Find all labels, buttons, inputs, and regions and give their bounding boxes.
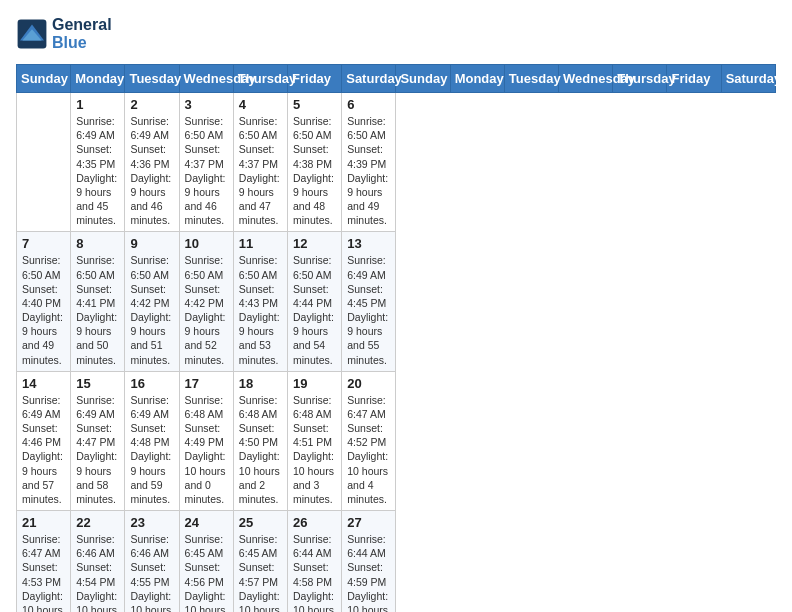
day-number: 4 bbox=[239, 97, 282, 112]
calendar-cell: 6Sunrise: 6:50 AMSunset: 4:39 PMDaylight… bbox=[342, 93, 396, 232]
calendar-cell: 19Sunrise: 6:48 AMSunset: 4:51 PMDayligh… bbox=[288, 371, 342, 510]
calendar-cell: 13Sunrise: 6:49 AMSunset: 4:45 PMDayligh… bbox=[342, 232, 396, 371]
calendar-cell: 5Sunrise: 6:50 AMSunset: 4:38 PMDaylight… bbox=[288, 93, 342, 232]
calendar-cell: 25Sunrise: 6:45 AMSunset: 4:57 PMDayligh… bbox=[233, 511, 287, 612]
cell-content: Sunrise: 6:50 AMSunset: 4:42 PMDaylight:… bbox=[185, 253, 228, 366]
day-number: 23 bbox=[130, 515, 173, 530]
cell-content: Sunrise: 6:44 AMSunset: 4:58 PMDaylight:… bbox=[293, 532, 336, 612]
calendar-cell: 2Sunrise: 6:49 AMSunset: 4:36 PMDaylight… bbox=[125, 93, 179, 232]
day-header-friday: Friday bbox=[288, 65, 342, 93]
cell-content: Sunrise: 6:50 AMSunset: 4:42 PMDaylight:… bbox=[130, 253, 173, 366]
calendar-week-1: 1Sunrise: 6:49 AMSunset: 4:35 PMDaylight… bbox=[17, 93, 776, 232]
calendar-week-2: 7Sunrise: 6:50 AMSunset: 4:40 PMDaylight… bbox=[17, 232, 776, 371]
calendar-cell: 11Sunrise: 6:50 AMSunset: 4:43 PMDayligh… bbox=[233, 232, 287, 371]
day-number: 20 bbox=[347, 376, 390, 391]
day-header-saturday: Saturday bbox=[342, 65, 396, 93]
day-header-thursday: Thursday bbox=[233, 65, 287, 93]
day-header-tuesday: Tuesday bbox=[125, 65, 179, 93]
logo-icon bbox=[16, 18, 48, 50]
calendar-cell: 23Sunrise: 6:46 AMSunset: 4:55 PMDayligh… bbox=[125, 511, 179, 612]
day-header-monday: Monday bbox=[450, 65, 504, 93]
calendar-cell: 8Sunrise: 6:50 AMSunset: 4:41 PMDaylight… bbox=[71, 232, 125, 371]
day-number: 8 bbox=[76, 236, 119, 251]
cell-content: Sunrise: 6:49 AMSunset: 4:45 PMDaylight:… bbox=[347, 253, 390, 366]
cell-content: Sunrise: 6:50 AMSunset: 4:37 PMDaylight:… bbox=[239, 114, 282, 227]
day-number: 12 bbox=[293, 236, 336, 251]
page-header: General Blue bbox=[16, 16, 776, 52]
day-number: 27 bbox=[347, 515, 390, 530]
logo-text: General Blue bbox=[52, 16, 112, 52]
cell-content: Sunrise: 6:50 AMSunset: 4:41 PMDaylight:… bbox=[76, 253, 119, 366]
calendar-cell: 21Sunrise: 6:47 AMSunset: 4:53 PMDayligh… bbox=[17, 511, 71, 612]
calendar-week-4: 21Sunrise: 6:47 AMSunset: 4:53 PMDayligh… bbox=[17, 511, 776, 612]
cell-content: Sunrise: 6:48 AMSunset: 4:51 PMDaylight:… bbox=[293, 393, 336, 506]
day-number: 2 bbox=[130, 97, 173, 112]
day-header-thursday: Thursday bbox=[613, 65, 667, 93]
calendar-week-3: 14Sunrise: 6:49 AMSunset: 4:46 PMDayligh… bbox=[17, 371, 776, 510]
cell-content: Sunrise: 6:49 AMSunset: 4:48 PMDaylight:… bbox=[130, 393, 173, 506]
day-number: 15 bbox=[76, 376, 119, 391]
cell-content: Sunrise: 6:48 AMSunset: 4:49 PMDaylight:… bbox=[185, 393, 228, 506]
cell-content: Sunrise: 6:49 AMSunset: 4:36 PMDaylight:… bbox=[130, 114, 173, 227]
calendar-cell: 18Sunrise: 6:48 AMSunset: 4:50 PMDayligh… bbox=[233, 371, 287, 510]
calendar-cell: 20Sunrise: 6:47 AMSunset: 4:52 PMDayligh… bbox=[342, 371, 396, 510]
day-number: 21 bbox=[22, 515, 65, 530]
calendar-cell: 10Sunrise: 6:50 AMSunset: 4:42 PMDayligh… bbox=[179, 232, 233, 371]
day-number: 6 bbox=[347, 97, 390, 112]
cell-content: Sunrise: 6:46 AMSunset: 4:54 PMDaylight:… bbox=[76, 532, 119, 612]
calendar-cell bbox=[17, 93, 71, 232]
day-header-sunday: Sunday bbox=[17, 65, 71, 93]
cell-content: Sunrise: 6:45 AMSunset: 4:56 PMDaylight:… bbox=[185, 532, 228, 612]
calendar-cell: 14Sunrise: 6:49 AMSunset: 4:46 PMDayligh… bbox=[17, 371, 71, 510]
cell-content: Sunrise: 6:49 AMSunset: 4:35 PMDaylight:… bbox=[76, 114, 119, 227]
day-number: 25 bbox=[239, 515, 282, 530]
day-number: 18 bbox=[239, 376, 282, 391]
calendar-cell: 3Sunrise: 6:50 AMSunset: 4:37 PMDaylight… bbox=[179, 93, 233, 232]
day-header-friday: Friday bbox=[667, 65, 721, 93]
day-number: 3 bbox=[185, 97, 228, 112]
header-row: SundayMondayTuesdayWednesdayThursdayFrid… bbox=[17, 65, 776, 93]
calendar-cell: 4Sunrise: 6:50 AMSunset: 4:37 PMDaylight… bbox=[233, 93, 287, 232]
cell-content: Sunrise: 6:50 AMSunset: 4:40 PMDaylight:… bbox=[22, 253, 65, 366]
day-number: 1 bbox=[76, 97, 119, 112]
cell-content: Sunrise: 6:49 AMSunset: 4:47 PMDaylight:… bbox=[76, 393, 119, 506]
day-number: 17 bbox=[185, 376, 228, 391]
cell-content: Sunrise: 6:45 AMSunset: 4:57 PMDaylight:… bbox=[239, 532, 282, 612]
cell-content: Sunrise: 6:44 AMSunset: 4:59 PMDaylight:… bbox=[347, 532, 390, 612]
day-number: 13 bbox=[347, 236, 390, 251]
calendar-cell: 7Sunrise: 6:50 AMSunset: 4:40 PMDaylight… bbox=[17, 232, 71, 371]
cell-content: Sunrise: 6:47 AMSunset: 4:52 PMDaylight:… bbox=[347, 393, 390, 506]
day-header-monday: Monday bbox=[71, 65, 125, 93]
logo: General Blue bbox=[16, 16, 112, 52]
day-header-sunday: Sunday bbox=[396, 65, 450, 93]
day-number: 19 bbox=[293, 376, 336, 391]
calendar-cell: 17Sunrise: 6:48 AMSunset: 4:49 PMDayligh… bbox=[179, 371, 233, 510]
day-number: 22 bbox=[76, 515, 119, 530]
day-number: 10 bbox=[185, 236, 228, 251]
calendar-cell: 1Sunrise: 6:49 AMSunset: 4:35 PMDaylight… bbox=[71, 93, 125, 232]
day-header-wednesday: Wednesday bbox=[179, 65, 233, 93]
calendar-table: SundayMondayTuesdayWednesdayThursdayFrid… bbox=[16, 64, 776, 612]
cell-content: Sunrise: 6:50 AMSunset: 4:38 PMDaylight:… bbox=[293, 114, 336, 227]
day-header-tuesday: Tuesday bbox=[504, 65, 558, 93]
cell-content: Sunrise: 6:50 AMSunset: 4:43 PMDaylight:… bbox=[239, 253, 282, 366]
day-number: 11 bbox=[239, 236, 282, 251]
calendar-cell: 9Sunrise: 6:50 AMSunset: 4:42 PMDaylight… bbox=[125, 232, 179, 371]
cell-content: Sunrise: 6:49 AMSunset: 4:46 PMDaylight:… bbox=[22, 393, 65, 506]
calendar-cell: 24Sunrise: 6:45 AMSunset: 4:56 PMDayligh… bbox=[179, 511, 233, 612]
calendar-cell: 27Sunrise: 6:44 AMSunset: 4:59 PMDayligh… bbox=[342, 511, 396, 612]
calendar-cell: 15Sunrise: 6:49 AMSunset: 4:47 PMDayligh… bbox=[71, 371, 125, 510]
day-header-wednesday: Wednesday bbox=[559, 65, 613, 93]
cell-content: Sunrise: 6:48 AMSunset: 4:50 PMDaylight:… bbox=[239, 393, 282, 506]
calendar-cell: 26Sunrise: 6:44 AMSunset: 4:58 PMDayligh… bbox=[288, 511, 342, 612]
cell-content: Sunrise: 6:50 AMSunset: 4:37 PMDaylight:… bbox=[185, 114, 228, 227]
cell-content: Sunrise: 6:47 AMSunset: 4:53 PMDaylight:… bbox=[22, 532, 65, 612]
day-number: 26 bbox=[293, 515, 336, 530]
calendar-cell: 22Sunrise: 6:46 AMSunset: 4:54 PMDayligh… bbox=[71, 511, 125, 612]
calendar-cell: 12Sunrise: 6:50 AMSunset: 4:44 PMDayligh… bbox=[288, 232, 342, 371]
calendar-cell: 16Sunrise: 6:49 AMSunset: 4:48 PMDayligh… bbox=[125, 371, 179, 510]
day-header-saturday: Saturday bbox=[721, 65, 775, 93]
day-number: 24 bbox=[185, 515, 228, 530]
day-number: 16 bbox=[130, 376, 173, 391]
cell-content: Sunrise: 6:50 AMSunset: 4:39 PMDaylight:… bbox=[347, 114, 390, 227]
